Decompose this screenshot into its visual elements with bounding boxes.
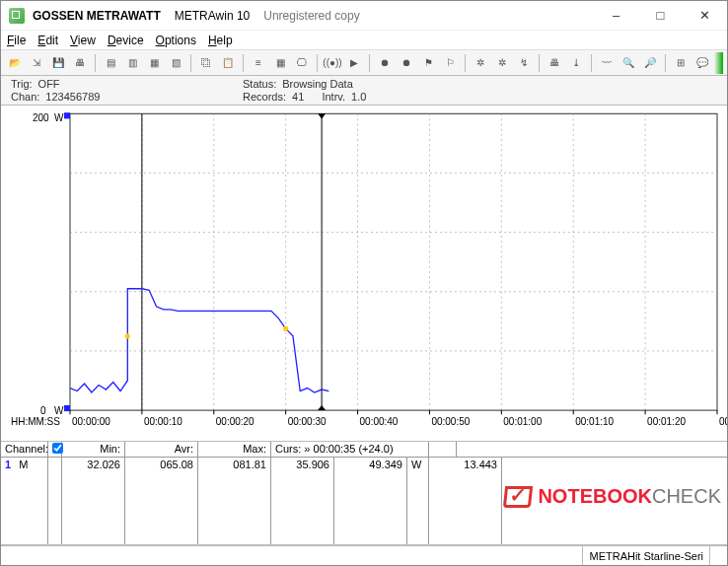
records-value: 41 <box>292 91 304 103</box>
row-spacer: NOTEBOOKCHECK <box>502 458 727 544</box>
toolbar-tail-icon <box>714 52 723 74</box>
tb-saveb-icon[interactable]: ▧ <box>166 53 185 73</box>
svg-text:200: 200 <box>33 112 49 123</box>
menubar: File Edit View Device Options Help <box>1 31 727 50</box>
tb-bbs-icon[interactable]: ⊞ <box>671 53 691 73</box>
menu-edit[interactable]: Edit <box>37 34 58 47</box>
row-flag: M <box>19 459 28 470</box>
tb-rec-icon[interactable]: ⏺ <box>375 53 395 73</box>
th-min: Min: <box>62 442 125 457</box>
menu-options[interactable]: Options <box>156 34 196 47</box>
svg-text:W: W <box>54 112 64 123</box>
footer: METRAHit Starline-Seri <box>1 545 727 565</box>
tb-import-icon[interactable]: ⇲ <box>27 53 46 73</box>
intrv-value: 1.0 <box>351 91 366 103</box>
menu-help[interactable]: Help <box>208 34 233 47</box>
records-label: Records: <box>243 91 286 103</box>
status-label: Status: <box>243 78 276 90</box>
svg-text:00:01:10: 00:01:10 <box>575 415 614 426</box>
tb-wave-icon[interactable]: 〰 <box>597 53 617 73</box>
tb-comment-icon[interactable]: 💬 <box>692 53 712 73</box>
svg-text:HH:MM:SS: HH:MM:SS <box>11 415 60 426</box>
tb-mark2-icon[interactable]: ⚐ <box>440 53 460 73</box>
tb-ds-icon[interactable]: ↯ <box>514 53 534 73</box>
tb-play-icon[interactable]: ▶ <box>344 53 364 73</box>
close-button[interactable]: ✕ <box>683 1 727 30</box>
svg-rect-40 <box>64 405 70 411</box>
svg-point-46 <box>283 326 288 331</box>
menu-view[interactable]: View <box>70 34 96 47</box>
row-extra: 13.443 <box>429 458 502 544</box>
th-curs: Curs: » 00:00:35 (+24.0) <box>271 442 429 457</box>
footer-device: METRAHit Starline-Seri <box>582 546 709 565</box>
tb-savea-icon[interactable]: ▦ <box>144 53 164 73</box>
svg-text:00:00:40: 00:00:40 <box>360 415 399 426</box>
th-max: Max: <box>198 442 271 457</box>
chart-area[interactable]: 00:00:0000:00:1000:00:2000:00:3000:00:40… <box>1 106 727 442</box>
th-channel: Channel: <box>1 442 48 457</box>
row-max: 081.81 <box>198 458 271 544</box>
svg-text:00:01:30: 00:01:30 <box>719 415 727 426</box>
svg-point-45 <box>125 333 130 338</box>
tb-list-icon[interactable]: ≡ <box>249 53 268 73</box>
chan-value: 123456789 <box>45 91 100 103</box>
watermark-nb: NOTEBOOK <box>538 485 652 508</box>
status-value: Browsing Data <box>282 78 353 90</box>
tb-print2-icon[interactable]: 🖶 <box>545 53 564 73</box>
data-table: Channel: Min: Avr: Max: Curs: » 00:00:35… <box>1 442 727 545</box>
toolbar: 📂 ⇲ 💾 🖶 ▤ ▥ ▦ ▧ ⿻ 📋 ≡ ▦ 🖵 ((●)) ▶ ⏺ ⏺ ⚑ … <box>1 50 727 76</box>
tb-mark-icon[interactable]: ⚑ <box>418 53 438 73</box>
title-product: METRAwin 10 <box>175 9 250 23</box>
status-bar: Trig:OFF Chan:123456789 Status:Browsing … <box>1 76 727 106</box>
svg-rect-0 <box>70 113 717 410</box>
intrv-label: Intrv. <box>322 91 345 103</box>
tb-open-icon[interactable]: 📂 <box>5 53 25 73</box>
tb-folder-icon[interactable]: ▥ <box>122 53 142 73</box>
svg-text:00:00:20: 00:00:20 <box>216 415 255 426</box>
th-checkbox[interactable] <box>48 442 62 457</box>
watermark-chk: CHECK <box>652 485 721 508</box>
th-spacer <box>457 442 727 457</box>
tb-rec2-icon[interactable]: ⏺ <box>397 53 416 73</box>
tb-signal-icon[interactable]: ((●)) <box>323 53 342 73</box>
app-icon <box>9 8 25 24</box>
tb-gear2-icon[interactable]: ✲ <box>492 53 512 73</box>
tb-gear-icon[interactable]: ✲ <box>471 53 490 73</box>
menu-file[interactable]: File <box>7 34 26 47</box>
tb-save-icon[interactable]: 💾 <box>48 53 68 73</box>
svg-text:00:00:10: 00:00:10 <box>144 415 182 426</box>
row-cur1: 35.906 <box>271 458 334 544</box>
tb-export-icon[interactable]: ⤓ <box>566 53 586 73</box>
tb-copy-icon[interactable]: ⿻ <box>196 53 216 73</box>
tb-new-icon[interactable]: ▤ <box>101 53 120 73</box>
th-unit <box>429 442 457 457</box>
svg-text:00:00:30: 00:00:30 <box>288 415 327 426</box>
titlebar: GOSSEN METRAWATT METRAwin 10 Unregistere… <box>1 1 727 31</box>
svg-text:00:00:00: 00:00:00 <box>72 415 110 426</box>
row-avr: 065.08 <box>125 458 198 544</box>
row-chk-spacer <box>48 458 62 544</box>
minimize-button[interactable]: – <box>594 1 638 30</box>
chart-canvas: 00:00:0000:00:1000:00:2000:00:3000:00:40… <box>1 106 727 441</box>
row-min: 32.026 <box>62 458 125 544</box>
svg-text:00:01:20: 00:01:20 <box>647 415 686 426</box>
maximize-button[interactable]: □ <box>638 1 683 30</box>
svg-rect-39 <box>64 112 70 118</box>
watermark: NOTEBOOKCHECK <box>504 485 721 508</box>
watermark-check-icon <box>503 486 533 508</box>
table-row[interactable]: 1 M 32.026 065.08 081.81 35.906 49.349 W… <box>1 458 727 544</box>
title-vendor: GOSSEN METRAWATT <box>33 9 161 23</box>
footer-grip-icon <box>709 546 727 565</box>
tb-print-icon[interactable]: 🖶 <box>70 53 90 73</box>
trig-label: Trig: <box>11 78 33 90</box>
trig-value: OFF <box>38 78 60 90</box>
svg-text:00:01:00: 00:01:00 <box>503 415 542 426</box>
row-unit: W <box>407 458 429 544</box>
tb-paste-icon[interactable]: 📋 <box>218 53 238 73</box>
tb-grid-icon[interactable]: ▦ <box>270 53 290 73</box>
tb-zoom-icon[interactable]: 🔍 <box>619 53 638 73</box>
th-avr: Avr: <box>125 442 198 457</box>
menu-device[interactable]: Device <box>108 34 144 47</box>
tb-find-icon[interactable]: 🔎 <box>640 53 660 73</box>
tb-monitor-icon[interactable]: 🖵 <box>292 53 312 73</box>
